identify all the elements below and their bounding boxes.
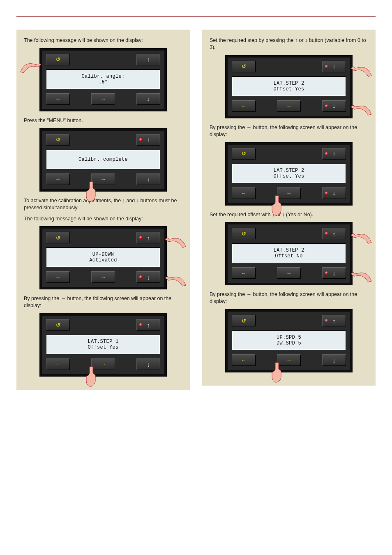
- arrow-down-icon: ↓: [332, 190, 336, 197]
- down-button[interactable]: ↓: [322, 187, 346, 199]
- arrow-up-icon: ↑: [332, 230, 336, 237]
- left-button[interactable]: ←: [232, 187, 256, 199]
- led-icon: [139, 138, 143, 141]
- menu-button[interactable]: ↺: [46, 232, 70, 243]
- arrow-down-icon: ↓: [147, 176, 150, 183]
- left-caption-4: By pressing the → button, the following …: [24, 295, 182, 309]
- right-button[interactable]: →: [91, 93, 115, 105]
- down-button[interactable]: ↓: [136, 271, 160, 283]
- text: Set the required step by pressing the: [210, 37, 295, 43]
- lcd-display: LAT.STEP 2 Offset No: [232, 243, 346, 263]
- panel-frame: ↺ ↑ LAT.STEP 1 Offset Yes ← → ↓: [39, 313, 167, 377]
- hand-pointer-icon: [164, 273, 187, 288]
- down-button[interactable]: ↓: [136, 173, 160, 185]
- lcd-line-1: UP-DOWN: [92, 252, 114, 257]
- up-button[interactable]: ↑: [136, 54, 160, 65]
- lcd-line-1: LAT.STEP 1: [88, 339, 118, 345]
- hand-pointer-icon: [164, 234, 187, 249]
- left-step-4: ↺ ↑ LAT.STEP 1 Offset Yes ← → ↓: [21, 313, 185, 377]
- menu-icon: ↺: [242, 318, 246, 324]
- hand-pointer-icon: [269, 195, 285, 216]
- text: By pressing the: [24, 296, 61, 301]
- hand-pointer-icon: [349, 63, 372, 78]
- lcd-line-1: UP.SPD 5: [277, 335, 301, 340]
- left-caption-2: To activate the calibration adjustments,…: [24, 197, 182, 211]
- led-icon: [139, 323, 143, 326]
- right-caption-1: By pressing the → button, the following …: [210, 124, 368, 138]
- left-intro: The following message will be shown on t…: [24, 37, 182, 44]
- hand-pointer-icon: [269, 362, 285, 383]
- right-button[interactable]: →: [277, 267, 301, 279]
- panel-frame: ↺ ↑ UP.SPD 5 DW.SPD 5 ← → ↓: [225, 309, 353, 372]
- arrow-left-icon: ←: [55, 96, 61, 102]
- menu-button[interactable]: ↺: [46, 134, 70, 146]
- down-button[interactable]: ↓: [136, 358, 160, 370]
- led-icon: [325, 152, 328, 155]
- down-button[interactable]: ↓: [322, 100, 346, 112]
- down-button[interactable]: ↓: [322, 354, 346, 366]
- menu-icon: ↺: [242, 150, 246, 157]
- left-step-1: ↺ ↑ Calibr. angle: .5° ← → ↓: [21, 48, 185, 111]
- lcd-display: Calibr. angle: .5°: [46, 69, 160, 89]
- right-column: Set the required step by pressing the ↑ …: [202, 30, 376, 395]
- left-button[interactable]: ←: [232, 354, 256, 366]
- right-caption-3: By pressing the → button, the following …: [210, 291, 368, 305]
- arrow-left-icon: ←: [241, 190, 247, 196]
- lcd-display: UP-DOWN Activated: [46, 247, 160, 267]
- left-button[interactable]: ←: [46, 93, 70, 105]
- hand-pointer-icon: [349, 230, 372, 245]
- lcd-line-2: Offset Yes: [273, 173, 304, 179]
- text: or: [297, 37, 305, 43]
- down-button[interactable]: ↓: [322, 267, 346, 279]
- led-icon: [139, 275, 143, 279]
- right-caption-0: Set the required step by pressing the ↑ …: [210, 37, 368, 51]
- arrow-right-icon: →: [247, 125, 252, 130]
- menu-button[interactable]: ↺: [232, 61, 256, 72]
- arrow-left-icon: ←: [55, 361, 61, 368]
- lcd-line-1: LAT.STEP 2: [273, 168, 304, 173]
- left-step-2: ↺ ↑ Calibr. complete ← → ↓: [21, 128, 185, 192]
- lcd-line-2: Offset Yes: [273, 86, 304, 92]
- arrow-left-icon: ←: [241, 357, 247, 363]
- hand-pointer-icon: [83, 366, 99, 387]
- up-button[interactable]: ↑: [136, 232, 160, 243]
- menu-icon: ↺: [56, 56, 60, 62]
- menu-button[interactable]: ↺: [232, 315, 256, 326]
- panel-frame: ↺ ↑ Calibr. complete ← → ↓: [39, 128, 167, 192]
- led-icon: [139, 236, 143, 239]
- up-button[interactable]: ↑: [136, 134, 160, 146]
- menu-button[interactable]: ↺: [232, 228, 256, 239]
- arrow-down-icon: ↓: [332, 357, 336, 364]
- right-button[interactable]: →: [277, 100, 301, 112]
- led-icon: [325, 104, 328, 108]
- up-button[interactable]: ↑: [322, 148, 346, 160]
- menu-button[interactable]: ↺: [46, 319, 70, 331]
- right-button[interactable]: →: [91, 271, 115, 283]
- arrow-right-icon: →: [101, 361, 106, 368]
- led-icon: [325, 65, 328, 68]
- arrow-up-icon: ↑: [147, 234, 150, 241]
- up-button[interactable]: ↑: [322, 61, 346, 72]
- panel-frame: ↺ ↑ Calibr. angle: .5° ← → ↓: [39, 48, 167, 111]
- hand-pointer-icon: [20, 60, 43, 74]
- menu-button[interactable]: ↺: [46, 54, 70, 65]
- left-caption-3: The following message will be shown on t…: [24, 215, 182, 222]
- right-step-1: ↺ ↑ LAT.STEP 2 Offset Yes ← → ↓: [207, 55, 371, 118]
- arrow-left-icon: ←: [55, 176, 61, 182]
- hand-pointer-icon: [349, 102, 372, 117]
- down-button[interactable]: ↓: [136, 93, 160, 105]
- arrow-left-icon: ←: [55, 274, 61, 280]
- hand-pointer-icon: [83, 181, 99, 202]
- up-button[interactable]: ↑: [136, 319, 160, 331]
- left-button[interactable]: ←: [46, 358, 70, 370]
- left-button[interactable]: ←: [46, 271, 70, 283]
- left-button[interactable]: ←: [232, 267, 256, 279]
- left-caption-1: Press the "MENU" button.: [24, 117, 182, 124]
- left-button[interactable]: ←: [46, 173, 70, 185]
- left-button[interactable]: ←: [232, 100, 256, 112]
- arrow-up-icon: ↑: [147, 136, 150, 143]
- up-button[interactable]: ↑: [322, 228, 346, 239]
- menu-button[interactable]: ↺: [232, 148, 256, 160]
- up-button[interactable]: ↑: [322, 315, 346, 326]
- lcd-line-1: Calibr. complete: [78, 157, 128, 162]
